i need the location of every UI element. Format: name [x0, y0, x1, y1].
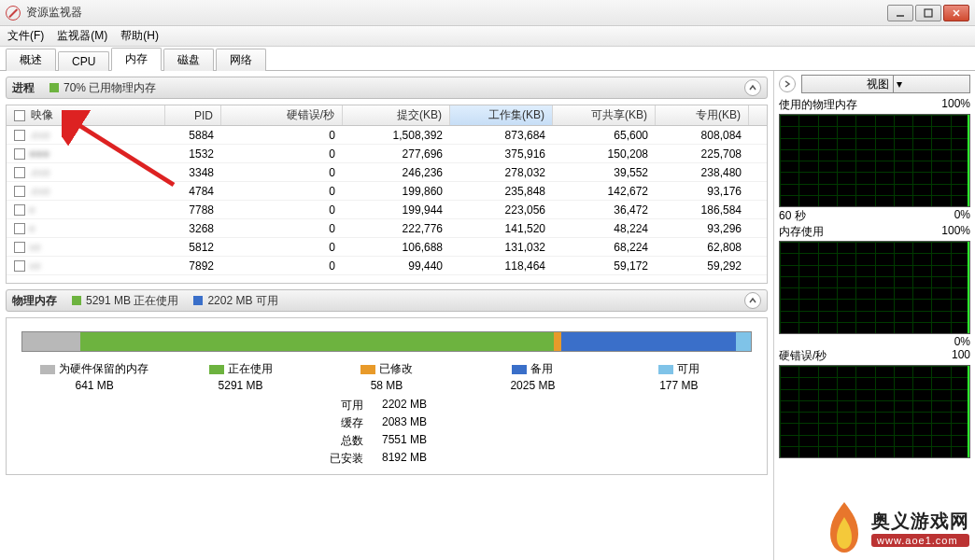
physmem-header[interactable]: 物理内存 5291 MB 正在使用 2202 MB 可用	[6, 289, 768, 312]
chevron-right-icon	[783, 79, 792, 89]
tab-memory[interactable]: 内存	[111, 48, 162, 71]
square-icon	[49, 83, 59, 92]
cell-hardfault: 0	[221, 203, 343, 217]
chart-foot-left: 60 秒	[779, 208, 806, 224]
processes-header[interactable]: 进程 70% 已用物理内存	[6, 77, 768, 99]
chart-foot-right: 0%	[954, 208, 970, 224]
collapse-processes-button[interactable]	[744, 79, 761, 96]
maximize-button[interactable]	[915, 5, 941, 21]
collapse-charts-button[interactable]	[779, 76, 796, 92]
legend-item: 备用2025 MB	[459, 361, 605, 392]
view-label: 视图	[867, 77, 889, 92]
memory-segment	[80, 332, 554, 351]
watermark-name: 奥义游戏网	[871, 509, 969, 534]
col-hardfault[interactable]: 硬错误/秒	[221, 105, 343, 125]
col-private[interactable]: 专用(KB)	[656, 105, 749, 125]
table-body: .exe 5884 0 1,508,392 873,684 65,600 808…	[7, 126, 767, 283]
table-row[interactable]: e 7788 0 199,944 223,056 36,472 186,584	[7, 201, 767, 219]
cell-private: 186,584	[656, 203, 749, 217]
menubar: 文件(F) 监视器(M) 帮助(H)	[0, 26, 975, 47]
minimize-button[interactable]	[887, 5, 913, 21]
cell-workingset: 223,056	[450, 203, 553, 217]
checkbox[interactable]	[14, 242, 25, 253]
stat-row: 缓存2083 MB	[317, 415, 457, 431]
chevron-up-icon	[748, 83, 757, 92]
cell-private: 62,808	[656, 241, 749, 254]
legend-item: 正在使用5291 MB	[167, 361, 313, 392]
tab-overview[interactable]: 概述	[6, 49, 56, 71]
physmem-title: 物理内存	[12, 293, 57, 309]
checkbox[interactable]	[14, 130, 25, 141]
process-name: .exe	[29, 166, 50, 179]
checkbox[interactable]	[14, 110, 25, 121]
menu-file[interactable]: 文件(F)	[7, 28, 44, 44]
legend-item: 可用177 MB	[606, 361, 752, 392]
chevron-up-icon	[748, 296, 757, 305]
square-icon	[360, 365, 375, 374]
table-row[interactable]: xe 7892 0 99,440 118,464 59,172 59,292	[7, 257, 767, 275]
tab-cpu[interactable]: CPU	[58, 51, 109, 71]
process-name: ■■■	[29, 147, 49, 161]
cell-shareable: 68,224	[553, 241, 656, 254]
checkbox[interactable]	[14, 167, 25, 178]
table-row[interactable]: .exe 4784 0 199,860 235,848 142,672 93,1…	[7, 182, 767, 201]
square-icon	[209, 365, 224, 374]
chart-block: 使用的物理内存100% 60 秒0%	[779, 97, 970, 224]
physmem-inuse-metric: 5291 MB 正在使用	[72, 293, 178, 309]
table-row[interactable]: .exe 5884 0 1,508,392 873,684 65,600 808…	[7, 126, 767, 145]
window-title: 资源监视器	[26, 5, 887, 21]
cell-hardfault: 0	[221, 129, 343, 142]
cell-shareable: 36,472	[553, 203, 656, 217]
checkbox[interactable]	[14, 186, 25, 197]
cell-commit: 277,696	[343, 147, 450, 161]
checkbox[interactable]	[14, 204, 25, 216]
square-icon	[658, 365, 673, 374]
cell-shareable: 150,208	[553, 147, 656, 161]
processes-metric: 70% 已用物理内存	[49, 80, 156, 96]
col-pid[interactable]: PID	[165, 105, 221, 125]
cell-private: 93,176	[656, 185, 749, 198]
watermark-url: www.aoe1.com	[871, 534, 969, 547]
table-row[interactable]: ■■■ 1532 0 277,696 375,916 150,208 225,7…	[7, 145, 767, 163]
menu-monitor[interactable]: 监视器(M)	[57, 28, 107, 44]
close-button[interactable]	[943, 5, 969, 21]
memory-segment	[554, 332, 561, 351]
tab-disk[interactable]: 磁盘	[163, 49, 214, 71]
tab-network[interactable]: 网络	[216, 49, 266, 71]
view-dropdown[interactable]: 视图 ▾	[801, 75, 970, 93]
col-shareable[interactable]: 可共享(KB)	[553, 105, 656, 125]
cell-pid: 5812	[165, 241, 221, 254]
cell-private: 225,708	[656, 147, 749, 161]
cell-commit: 199,944	[343, 203, 450, 217]
col-workingset[interactable]: 工作集(KB)	[450, 105, 553, 125]
physmem-section: 为硬件保留的内存641 MB正在使用5291 MB已修改58 MB备用2025 …	[6, 317, 768, 475]
cell-workingset: 873,684	[450, 129, 553, 142]
stat-row: 可用2202 MB	[317, 398, 457, 413]
menu-help[interactable]: 帮助(H)	[120, 28, 159, 44]
chart-canvas	[779, 114, 970, 207]
cell-commit: 1,508,392	[343, 129, 450, 142]
memory-segment	[22, 332, 80, 351]
checkbox[interactable]	[14, 223, 25, 234]
collapse-physmem-button[interactable]	[744, 292, 761, 309]
table-row[interactable]: .exe 3348 0 246,236 278,032 39,552 238,4…	[7, 163, 767, 182]
cell-pid: 3268	[165, 222, 221, 235]
cell-shareable: 39,552	[553, 166, 656, 179]
memory-stats: 可用2202 MB缓存2083 MB总数7551 MB已安装8192 MB	[21, 398, 752, 467]
table-row[interactable]: e 3268 0 222,776 141,520 48,224 93,296	[7, 219, 767, 238]
watermark: 奥义游戏网 www.aoe1.com	[823, 500, 969, 554]
checkbox[interactable]	[14, 260, 25, 272]
cell-pid: 1532	[165, 147, 221, 161]
square-icon	[72, 296, 81, 305]
col-commit[interactable]: 提交(KB)	[343, 105, 450, 125]
cell-pid: 7892	[165, 259, 221, 273]
flame-icon	[823, 500, 866, 554]
memory-segment	[561, 332, 736, 351]
table-row[interactable]: xe 5812 0 106,688 131,032 68,224 62,808	[7, 238, 767, 257]
col-image[interactable]: 映像	[7, 105, 165, 125]
checkbox[interactable]	[14, 148, 25, 160]
cell-hardfault: 0	[221, 241, 343, 254]
process-name: e	[29, 222, 35, 235]
chart-canvas	[779, 241, 970, 334]
process-table: 映像 PID 硬错误/秒 提交(KB) 工作集(KB) 可共享(KB) 专用(K…	[6, 105, 768, 284]
